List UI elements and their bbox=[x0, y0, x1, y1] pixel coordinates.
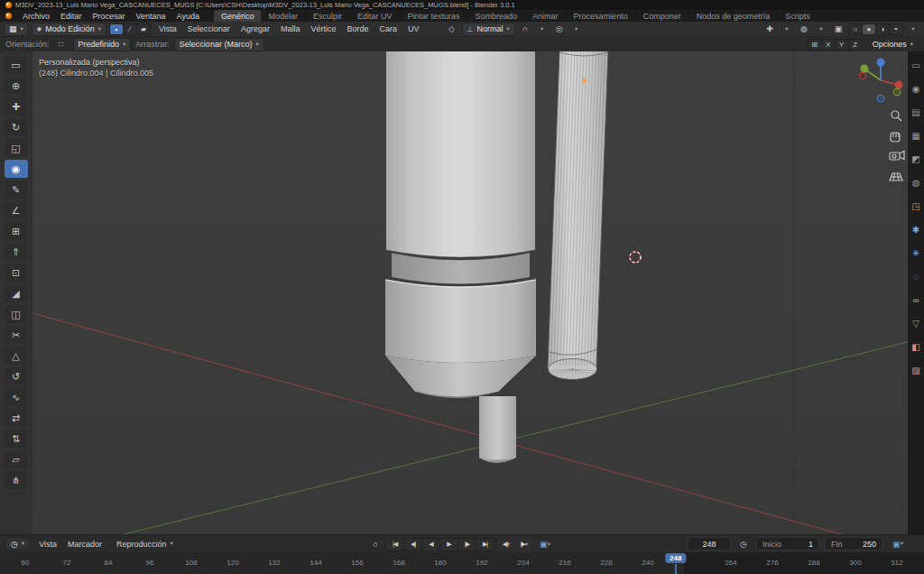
tool-smooth[interactable]: ∿ bbox=[5, 388, 28, 406]
tool-bevel[interactable]: ◢ bbox=[5, 284, 28, 302]
orientation-grid-button[interactable]: ∷ bbox=[54, 39, 69, 51]
snap-options-button[interactable]: ▾ bbox=[535, 23, 550, 35]
proportional-options-button[interactable]: ▾ bbox=[569, 23, 584, 35]
shading-solid-button[interactable]: ● bbox=[863, 24, 875, 34]
viewport-menu-uv[interactable]: UV bbox=[402, 24, 425, 33]
model-cylinder-edit[interactable] bbox=[548, 51, 608, 380]
tool-shear[interactable]: ▱ bbox=[5, 450, 28, 468]
props-tab-world[interactable]: ◍ bbox=[909, 176, 923, 190]
props-tab-object[interactable]: ◳ bbox=[909, 199, 923, 213]
orientation-preset-dropdown[interactable]: Predefinido ▾ bbox=[73, 38, 132, 51]
tool-shrink-flatten[interactable]: ⇅ bbox=[5, 430, 28, 448]
timeline-editor-type-button[interactable]: ◷ ▾ bbox=[5, 537, 30, 551]
viewport-menu-cara[interactable]: Cara bbox=[374, 24, 402, 33]
transform-orientation-dropdown[interactable]: ⊥ Normal ▾ bbox=[462, 23, 515, 36]
next-frame-button[interactable]: |▶ ▾ bbox=[515, 539, 532, 551]
tool-transform[interactable]: ◉ bbox=[5, 160, 28, 178]
timeline-menu-vista[interactable]: Vista bbox=[33, 540, 62, 549]
shading-wireframe-button[interactable]: ○ bbox=[849, 24, 862, 34]
tool-cursor[interactable]: ⊕ bbox=[5, 77, 28, 95]
topbar-menu-archivo[interactable]: Archivo bbox=[17, 10, 55, 22]
perspective-toggle-icon[interactable] bbox=[890, 173, 902, 181]
playback-menu[interactable]: Reproducción ▾ bbox=[111, 540, 179, 549]
topbar-menu-procesar[interactable]: Procesar bbox=[88, 10, 131, 22]
props-tab-output[interactable]: ▤ bbox=[909, 106, 923, 119]
gizmo-neg-z-axis[interactable] bbox=[877, 95, 884, 102]
tool-loop-cut[interactable]: ◫ bbox=[5, 305, 28, 323]
props-tab-object-data[interactable]: ▽ bbox=[909, 317, 923, 330]
prev-keyframe-button[interactable]: ◀| bbox=[404, 539, 421, 551]
viewport-menu-vertice[interactable]: Vértice bbox=[305, 24, 341, 33]
tool-rotate[interactable]: ↻ bbox=[5, 118, 28, 136]
playhead-line[interactable] bbox=[675, 564, 677, 574]
shading-rendered-button[interactable]: ◓ bbox=[890, 24, 902, 34]
gizmo-neg-x-axis[interactable] bbox=[859, 72, 866, 79]
viewport-menu-seleccionar[interactable]: Seleccionar bbox=[182, 24, 236, 33]
shading-options-button[interactable]: ▾ bbox=[906, 23, 920, 35]
props-tab-render[interactable]: ◉ bbox=[909, 82, 923, 96]
props-tab-constraints[interactable]: ∞ bbox=[909, 293, 923, 307]
play-reverse-button[interactable]: ◀ bbox=[422, 539, 439, 551]
drag-mode-dropdown[interactable]: Seleccionar (Marco) ▾ bbox=[174, 38, 264, 51]
viewport-3d-scene[interactable] bbox=[32, 51, 908, 534]
workspace-tab-generico[interactable]: Genérico bbox=[214, 10, 262, 22]
mirror-grid-button[interactable]: ⊞ bbox=[808, 40, 821, 50]
props-tab-tool[interactable]: ▭ bbox=[909, 59, 923, 72]
workspace-tab-nodos-de-geometria[interactable]: Nodos de geometría bbox=[689, 10, 779, 22]
xray-toggle-button[interactable]: ▣ bbox=[831, 23, 845, 35]
timeline-menu-marcador[interactable]: Marcador bbox=[62, 540, 107, 549]
gizmos-options-button[interactable]: ▾ bbox=[780, 23, 794, 35]
topbar-menu-editar[interactable]: Editar bbox=[55, 10, 88, 22]
show-gizmos-button[interactable]: ✚ bbox=[762, 23, 777, 35]
workspace-tab-sombreado[interactable]: Sombreado bbox=[468, 10, 526, 22]
tool-select-box[interactable]: ▭ bbox=[5, 56, 28, 74]
show-overlays-button[interactable]: ◍ bbox=[797, 23, 811, 35]
select-mode-edge[interactable]: ∕ bbox=[124, 24, 136, 34]
tool-add-cube[interactable]: ⊞ bbox=[5, 222, 28, 240]
tool-poly-build[interactable]: △ bbox=[5, 347, 28, 365]
frame-start-field[interactable]: Inicio 1 bbox=[756, 537, 819, 551]
workspace-tab-esculpir[interactable]: Esculpir bbox=[306, 10, 350, 22]
snap-toggle-button[interactable]: ∩ bbox=[518, 23, 532, 35]
workspace-tab-animar[interactable]: Animar bbox=[525, 10, 567, 22]
tool-knife[interactable]: ✂ bbox=[5, 326, 28, 344]
props-tab-modifiers[interactable]: ✱ bbox=[909, 223, 923, 236]
workspace-tab-editar-uv[interactable]: Editar UV bbox=[350, 10, 401, 22]
props-tab-material[interactable]: ◧ bbox=[909, 340, 923, 354]
topbar-menu-ayuda[interactable]: Ayuda bbox=[171, 10, 205, 22]
current-frame-field[interactable]: 248 bbox=[688, 537, 731, 551]
props-tab-physics[interactable]: ◌ bbox=[909, 270, 923, 283]
jump-to-end-button[interactable]: ▶| bbox=[476, 539, 494, 551]
mirror-z-button[interactable]: Z bbox=[849, 40, 862, 50]
overlays-options-button[interactable]: ▾ bbox=[814, 23, 828, 35]
tool-rip-region[interactable]: ⋔ bbox=[5, 471, 28, 489]
editor-type-button[interactable]: ▦ ▾ bbox=[4, 23, 29, 36]
workspace-tab-scripts[interactable]: Scripts bbox=[778, 10, 818, 22]
select-mode-face[interactable]: ▰ bbox=[137, 24, 150, 34]
viewport-menu-vista[interactable]: Vista bbox=[153, 24, 182, 33]
pivot-point-button[interactable]: ◇ bbox=[445, 23, 459, 35]
topbar-menu-ventana[interactable]: Ventana bbox=[131, 10, 171, 22]
tool-scale[interactable]: ◱ bbox=[5, 139, 28, 157]
gizmo-x-axis[interactable] bbox=[895, 81, 903, 89]
playback-sync-button[interactable]: ▣ ▾ bbox=[535, 539, 555, 551]
mode-dropdown[interactable]: ◆ Modo Edición ▾ bbox=[32, 23, 106, 36]
viewport-3d[interactable]: Personalizada (perspectiva) (248) Cilind… bbox=[32, 51, 908, 534]
tool-move[interactable]: ✚ bbox=[5, 97, 28, 116]
blender-menu-button[interactable] bbox=[0, 10, 17, 22]
tool-annotate[interactable]: ✎ bbox=[5, 181, 28, 199]
tool-extrude-region[interactable]: ⇑ bbox=[5, 243, 28, 261]
select-mode-vertex[interactable]: • bbox=[110, 24, 123, 34]
workspace-tab-componer[interactable]: Componer bbox=[636, 10, 689, 22]
timeline-options-button[interactable]: ▣ ▾ bbox=[888, 538, 908, 550]
workspace-tab-modelar[interactable]: Modelar bbox=[261, 10, 306, 22]
viewport-menu-agregar[interactable]: Agregar bbox=[236, 24, 275, 33]
mirror-x-button[interactable]: X bbox=[822, 40, 835, 50]
gizmo-y-axis[interactable] bbox=[861, 65, 869, 73]
next-keyframe-button[interactable]: |▶ bbox=[458, 539, 476, 551]
prev-frame-button[interactable]: ◀| ▾ bbox=[497, 539, 514, 551]
clock-icon[interactable]: ◷ bbox=[736, 538, 751, 550]
options-dropdown[interactable]: Opciones ▾ bbox=[867, 38, 919, 51]
playhead[interactable]: 248 bbox=[665, 553, 686, 563]
gizmo-z-axis[interactable] bbox=[877, 59, 885, 67]
